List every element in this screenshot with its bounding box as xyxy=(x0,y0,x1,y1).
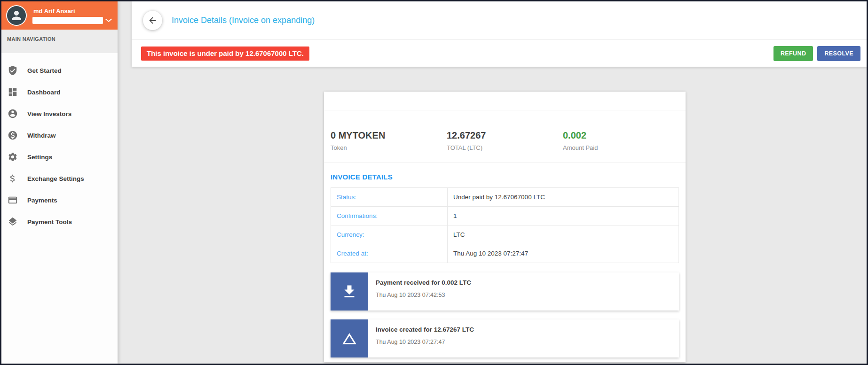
stat-amount-paid: 0.002 Amount Paid xyxy=(563,130,679,151)
table-row-status: Status: Under paid by 12.67067000 LTC xyxy=(331,188,679,207)
user-meta: md Arif Ansari xyxy=(27,8,113,24)
nav-section-title: MAIN NAVIGATION xyxy=(1,30,118,53)
invoice-card-header xyxy=(324,92,686,110)
sidebar-item-label: Settings xyxy=(27,154,52,161)
sidebar-nav: Get Started Dashboard View Investors Wit… xyxy=(1,53,118,233)
invoice-details-table: Status: Under paid by 12.67067000 LTC Co… xyxy=(331,187,679,263)
invoice-stats: 0 MYTOKEN Token 12.67267 TOTAL (LTC) 0.0… xyxy=(324,110,686,163)
dollar-icon xyxy=(8,173,18,184)
sidebar-item-settings[interactable]: Settings xyxy=(1,146,118,168)
stat-amount-paid-label: Amount Paid xyxy=(563,144,679,151)
sidebar-item-label: Dashboard xyxy=(27,89,61,96)
table-row-created-at: Created at: Thu Aug 10 2023 07:27:47 xyxy=(331,244,679,263)
sidebar-item-label: View Investors xyxy=(27,110,71,117)
table-row-currency: Currency: LTC xyxy=(331,225,679,244)
user-bar-row xyxy=(32,17,113,24)
layers-icon xyxy=(8,217,18,227)
sidebar-item-withdraw[interactable]: Withdraw xyxy=(1,124,118,146)
event-title: Payment received for 0.002 LTC xyxy=(376,279,471,286)
detail-value: LTC xyxy=(448,225,679,244)
stat-token-label: Token xyxy=(331,144,447,151)
event-title: Invoice created for 12.67267 LTC xyxy=(376,326,474,333)
event-body: Payment received for 0.002 LTC Thu Aug 1… xyxy=(368,272,471,311)
detail-value: 1 xyxy=(448,207,679,225)
credit-card-icon xyxy=(8,195,18,205)
event-invoice-created: Invoice created for 12.67267 LTC Thu Aug… xyxy=(331,319,679,357)
resolve-button[interactable]: RESOLVE xyxy=(817,46,860,61)
user-name: md Arif Ansari xyxy=(33,8,113,15)
table-row-confirmations: Confirmations: 1 xyxy=(331,207,679,225)
sidebar-item-label: Withdraw xyxy=(27,132,56,139)
stat-total-value: 12.67267 xyxy=(447,130,563,141)
detail-label: Currency: xyxy=(331,225,448,244)
person-circle-icon xyxy=(8,109,18,119)
sidebar-item-view-investors[interactable]: View Investors xyxy=(1,103,118,124)
gear-icon xyxy=(8,152,18,162)
person-icon xyxy=(9,8,24,23)
stat-total-label: TOTAL (LTC) xyxy=(447,144,563,151)
back-button[interactable] xyxy=(143,11,162,30)
sidebar-item-label: Get Started xyxy=(27,67,62,74)
sidebar-item-label: Exchange Settings xyxy=(27,175,84,182)
page-title: Invoice Details (Invoice on expanding) xyxy=(172,16,315,25)
invoice-card: 0 MYTOKEN Token 12.67267 TOTAL (LTC) 0.0… xyxy=(324,92,686,362)
user-email-redacted xyxy=(32,17,103,24)
triangle-icon xyxy=(331,319,368,357)
sidebar-item-payments[interactable]: Payments xyxy=(1,189,118,211)
underpaid-alert: This invoice is under paid by 12.6706700… xyxy=(141,47,309,61)
event-date: Thu Aug 10 2023 07:42:53 xyxy=(376,292,471,298)
detail-value: Under paid by 12.67067000 LTC xyxy=(448,188,679,207)
sidebar-item-get-started[interactable]: Get Started xyxy=(1,60,118,81)
sidebar-item-dashboard[interactable]: Dashboard xyxy=(1,81,118,103)
avatar xyxy=(6,5,27,26)
event-body: Invoice created for 12.67267 LTC Thu Aug… xyxy=(368,319,474,357)
event-payment-received: Payment received for 0.002 LTC Thu Aug 1… xyxy=(331,272,679,311)
main-content: Invoice Details (Invoice on expanding) T… xyxy=(118,1,867,364)
alert-row: This invoice is under paid by 12.6706700… xyxy=(132,40,867,67)
arrow-left-icon xyxy=(148,16,158,25)
chevron-down-icon[interactable] xyxy=(104,17,113,23)
stat-total: 12.67267 TOTAL (LTC) xyxy=(447,130,563,151)
invoice-details-heading: INVOICE DETAILS xyxy=(331,173,679,181)
shield-check-icon xyxy=(8,65,18,76)
detail-value: Thu Aug 10 2023 07:27:47 xyxy=(448,244,679,263)
dollar-circle-icon xyxy=(8,130,18,140)
stat-amount-paid-value: 0.002 xyxy=(563,130,679,141)
detail-label: Confirmations: xyxy=(331,207,448,225)
sidebar: md Arif Ansari MAIN NAVIGATION Get Start… xyxy=(1,1,118,364)
user-panel[interactable]: md Arif Ansari xyxy=(1,1,118,30)
invoice-header-panel: Invoice Details (Invoice on expanding) T… xyxy=(132,1,867,67)
sidebar-item-label: Payments xyxy=(27,197,57,204)
title-row: Invoice Details (Invoice on expanding) xyxy=(132,1,867,40)
invoice-events: Payment received for 0.002 LTC Thu Aug 1… xyxy=(331,272,679,357)
sidebar-item-label: Payment Tools xyxy=(27,218,72,225)
app-window: md Arif Ansari MAIN NAVIGATION Get Start… xyxy=(0,0,868,365)
sidebar-item-exchange-settings[interactable]: Exchange Settings xyxy=(1,168,118,189)
detail-label: Created at: xyxy=(331,244,448,263)
detail-label: Status: xyxy=(331,188,448,207)
dashboard-grid-icon xyxy=(8,87,18,97)
stat-token-value: 0 MYTOKEN xyxy=(331,130,447,141)
download-icon xyxy=(331,272,368,311)
event-date: Thu Aug 10 2023 07:27:47 xyxy=(376,339,474,345)
stat-token: 0 MYTOKEN Token xyxy=(331,130,447,151)
refund-button[interactable]: REFUND xyxy=(773,46,813,61)
sidebar-item-payment-tools[interactable]: Payment Tools xyxy=(1,211,118,233)
